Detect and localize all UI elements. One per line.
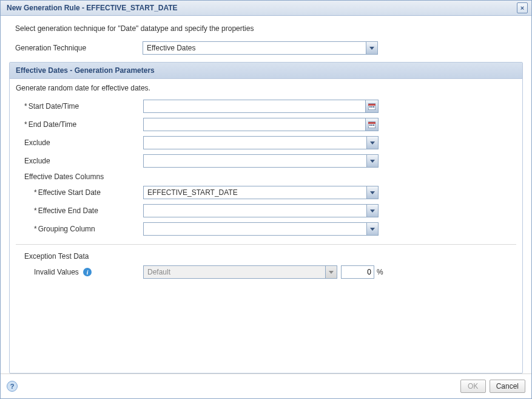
exclude2-label: Exclude [16, 157, 143, 165]
effective-end-col-label: Effective End Date [34, 206, 98, 215]
exception-heading: Exception Test Data [16, 252, 516, 261]
generation-technique-select[interactable]: Effective Dates [143, 41, 378, 55]
invalid-values-label: Invalid Values [34, 268, 79, 276]
columns-heading: Effective Dates Columns [16, 172, 516, 181]
start-date-label: Start Date/Time [24, 102, 79, 111]
intro-text: Select generation technique for "Date" d… [9, 24, 523, 39]
exclude1-label: Exclude [16, 138, 143, 147]
grouping-col-label: Grouping Column [34, 225, 95, 233]
end-date-input[interactable] [144, 118, 365, 131]
divider [16, 244, 516, 245]
start-date-input[interactable] [144, 100, 365, 112]
svg-rect-1 [368, 104, 375, 106]
exclude1-value [144, 137, 366, 149]
chevron-down-icon [366, 186, 378, 199]
close-button[interactable]: × [517, 2, 528, 13]
generation-technique-label: Generation Technique [15, 44, 143, 52]
effective-start-col-row: Effective Start Date EFFECTIVE_START_DAT… [10, 183, 522, 202]
exclude2-value [144, 155, 366, 167]
start-date-field[interactable] [143, 100, 379, 113]
grouping-col-row: Grouping Column [10, 220, 522, 238]
effective-start-col-label: Effective Start Date [34, 188, 101, 197]
exception-heading-row: Exception Test Data [10, 250, 522, 263]
section-body: Generate random date for effective dates… [10, 79, 522, 286]
close-icon: × [520, 4, 524, 12]
invalid-values-row: Invalid Values i Default % [10, 263, 522, 281]
effective-end-col-value [144, 205, 366, 217]
calendar-icon[interactable] [365, 118, 378, 131]
chevron-down-icon [366, 137, 378, 149]
chevron-down-icon [366, 223, 378, 235]
effective-start-col-select[interactable]: EFFECTIVE_START_DATE [143, 186, 379, 199]
help-button[interactable]: ? [7, 381, 18, 392]
columns-heading-row: Effective Dates Columns [10, 170, 522, 183]
chevron-down-icon [366, 155, 378, 167]
invalid-values-select: Default [143, 265, 337, 279]
svg-rect-9 [373, 124, 374, 126]
chevron-down-icon [366, 205, 378, 217]
info-icon[interactable]: i [83, 268, 92, 276]
generation-technique-row: Generation Technique Effective Dates [9, 39, 523, 57]
section-title: Effective Dates - Generation Parameters [10, 63, 522, 79]
end-date-row: End Date/Time [10, 115, 522, 134]
invalid-values-percent-input[interactable] [341, 265, 374, 279]
chevron-down-icon [325, 266, 337, 278]
ok-button[interactable]: OK [460, 380, 486, 393]
grouping-col-select[interactable] [143, 222, 379, 236]
exclude1-row: Exclude [10, 134, 522, 152]
svg-rect-6 [368, 122, 375, 124]
dialog-body: Select generation technique for "Date" d… [1, 16, 531, 373]
chevron-down-icon [366, 42, 377, 54]
end-date-label: End Date/Time [24, 120, 76, 129]
grouping-col-value [144, 223, 366, 235]
calendar-icon[interactable] [365, 100, 378, 112]
percent-suffix: % [377, 268, 383, 276]
section-description: Generate random date for effective dates… [10, 84, 522, 97]
start-date-row: Start Date/Time [10, 97, 522, 115]
effective-end-col-select[interactable] [143, 204, 379, 217]
invalid-values-combo-value: Default [144, 266, 325, 278]
svg-rect-7 [369, 124, 371, 126]
help-icon: ? [10, 383, 15, 390]
svg-rect-8 [371, 124, 372, 126]
generation-technique-value: Effective Dates [143, 42, 366, 54]
exclude2-row: Exclude [10, 152, 522, 170]
exclude1-select[interactable] [143, 136, 379, 149]
effective-end-col-row: Effective End Date [10, 202, 522, 220]
svg-rect-2 [369, 106, 371, 107]
footer-buttons: OK Cancel [460, 380, 525, 393]
exclude2-select[interactable] [143, 154, 379, 168]
svg-rect-4 [373, 106, 374, 107]
svg-rect-3 [371, 106, 372, 107]
invalid-values-label-cell: Invalid Values i [16, 268, 143, 277]
dialog-title: New Generation Rule - EFFECTIVE_START_DA… [7, 4, 178, 12]
effective-start-col-value: EFFECTIVE_START_DATE [144, 186, 366, 199]
cancel-button[interactable]: Cancel [490, 380, 525, 393]
dialog-window: New Generation Rule - EFFECTIVE_START_DA… [0, 0, 532, 399]
parameters-section: Effective Dates - Generation Parameters … [9, 62, 523, 373]
title-bar: New Generation Rule - EFFECTIVE_START_DA… [1, 1, 531, 16]
dialog-footer: ? OK Cancel [1, 373, 531, 398]
end-date-field[interactable] [143, 118, 379, 131]
